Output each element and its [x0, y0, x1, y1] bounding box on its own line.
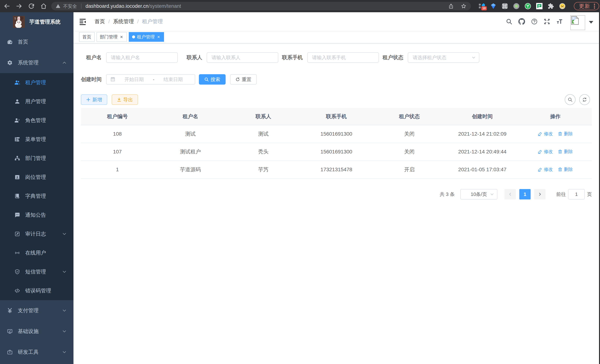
page-size-select[interactable]: 10条/页 [460, 189, 497, 199]
cell-create-time: 2021-12-14 20:49:44 [446, 143, 519, 161]
font-size-icon[interactable] [553, 18, 566, 25]
extension-y-logo-icon[interactable] [525, 3, 531, 9]
sidebar-item-role[interactable]: 角色管理 [0, 111, 74, 130]
fullscreen-icon[interactable] [541, 18, 553, 25]
input-placeholder: 请输入联系手机 [312, 54, 346, 61]
sidebar-toggle-icon[interactable] [74, 18, 92, 25]
sidebar: 芋道管理系统 首页 系统管理 租户管理 用户管理 [0, 12, 74, 364]
tenant-icon [14, 80, 20, 85]
sidebar-item-tenant[interactable]: 租户管理 [0, 73, 74, 92]
extension-proxy-icon[interactable] [513, 3, 519, 9]
prev-page-button[interactable] [505, 189, 516, 199]
sidebar-item-system[interactable]: 系统管理 [0, 52, 74, 73]
sidebar-item-post[interactable]: 岗位管理 [0, 168, 74, 187]
browser-reload-icon[interactable] [28, 3, 35, 9]
user-icon [14, 99, 20, 104]
form-item-tenant-name: 租户名 请输入租户名 [81, 52, 178, 63]
sidebar-item-dept[interactable]: 部门管理 [0, 149, 74, 168]
profile-avatar-emoji-icon[interactable] [559, 3, 565, 9]
reset-button[interactable]: 重置 [230, 74, 257, 84]
header-search-icon[interactable] [503, 18, 516, 25]
sidebar-item-online-user[interactable]: 在线用户 [0, 243, 74, 262]
dev-tool-icon [7, 349, 13, 355]
edit-link[interactable]: 修改 [538, 149, 553, 155]
create-time-range-picker[interactable]: 开始日期 - 结束日期 [106, 74, 195, 84]
next-page-button[interactable] [534, 189, 545, 199]
browser-menu-icon[interactable] [594, 4, 595, 9]
sidebar-item-user[interactable]: 用户管理 [0, 92, 74, 111]
pagination-total: 共 3 条 [440, 191, 455, 198]
tag-home[interactable]: 首页 [79, 32, 95, 42]
github-icon[interactable] [516, 18, 528, 25]
extension-kite-icon[interactable] [490, 3, 497, 9]
delete-link[interactable]: 删除 [558, 149, 573, 155]
chevron-down-icon [490, 192, 494, 196]
current-page-button[interactable]: 1 [519, 189, 531, 199]
chevron-down-icon [62, 232, 66, 236]
col-actions: 操作 [519, 108, 592, 125]
toggle-search-button[interactable] [565, 94, 575, 105]
update-label: 更新 [579, 3, 590, 10]
breadcrumb-home[interactable]: 首页 [95, 18, 105, 25]
share-icon[interactable] [448, 3, 454, 9]
sidebar-item-dict[interactable]: 字典管理 [0, 187, 74, 205]
breadcrumb-current: 租户管理 [142, 18, 163, 25]
extension-tampermonkey-icon[interactable]: 10 [479, 3, 485, 9]
refresh-table-button[interactable] [579, 94, 590, 105]
add-button-label: 新增 [92, 96, 102, 103]
security-status-label: 不安全 [63, 3, 77, 9]
extensions-puzzle-icon[interactable] [548, 3, 554, 9]
tag-close-icon[interactable] [120, 35, 123, 39]
browser-home-icon[interactable] [40, 3, 47, 9]
sidebar-item-sms[interactable]: 短信管理 [0, 262, 74, 281]
sidebar-item-error-code[interactable]: 错误码管理 [0, 281, 74, 300]
search-form-row-2: 创建时间 开始日期 - 结束日期 搜索 重置 [81, 74, 592, 84]
contact-input[interactable]: 请输入联系人 [207, 52, 278, 63]
sidebar-item-dev-tool[interactable]: 研发工具 [0, 342, 74, 363]
extension-chat-icon[interactable] [536, 3, 543, 9]
tag-dept[interactable]: 部门管理 [96, 32, 127, 42]
extension-command-icon[interactable] [502, 3, 508, 9]
sidebar-item-label: 在线用户 [25, 249, 46, 256]
sidebar-item-home[interactable]: 首页 [0, 32, 74, 52]
user-avatar-broken-image[interactable] [570, 15, 585, 30]
address-bar[interactable]: 不安全 dashboard.yudao.iocoder.cn/system/te… [51, 2, 471, 10]
tag-close-icon[interactable] [157, 35, 161, 39]
sidebar-item-pay[interactable]: 支付管理 [0, 300, 74, 321]
page-jump-input[interactable]: 1 [568, 189, 585, 199]
edit-label: 修改 [544, 149, 553, 155]
help-icon[interactable] [528, 18, 541, 25]
status-select[interactable]: 请选择租户状态 [408, 52, 479, 63]
avatar-caret-down-icon[interactable] [589, 21, 593, 24]
tenant-name-input[interactable]: 请输入租户名 [106, 52, 178, 63]
broken-image-icon [571, 16, 579, 25]
url-path: /system/tenant [149, 3, 181, 9]
tag-tenant[interactable]: 租户管理 [129, 32, 164, 42]
delete-link[interactable]: 删除 [558, 166, 573, 172]
add-button[interactable]: 新增 [81, 94, 107, 105]
sidebar-item-notice[interactable]: 通知公告 [0, 205, 74, 224]
delete-link[interactable]: 删除 [558, 131, 573, 137]
sidebar-item-infra[interactable]: 基础设施 [0, 321, 74, 342]
mobile-input[interactable]: 请输入联系手机 [307, 52, 379, 63]
tenant-table: 租户编号 租户名 联系人 联系手机 租户状态 创建时间 操作 108 测试 [81, 108, 592, 179]
cell-mobile: 15601691300 [300, 143, 373, 161]
edit-link[interactable]: 修改 [538, 131, 553, 137]
bookmark-star-icon[interactable] [461, 3, 466, 9]
input-placeholder: 请输入租户名 [111, 54, 140, 61]
delete-label: 删除 [564, 131, 573, 137]
browser-forward-icon[interactable] [16, 3, 22, 9]
table-header-row: 租户编号 租户名 联系人 联系手机 租户状态 创建时间 操作 [81, 108, 592, 125]
edit-link[interactable]: 修改 [538, 166, 553, 172]
sidebar-item-label: 用户管理 [25, 98, 46, 105]
search-button[interactable]: 搜索 [199, 74, 225, 84]
breadcrumb-system[interactable]: 系统管理 [113, 18, 134, 25]
export-button[interactable]: 导出 [112, 94, 138, 105]
sidebar-logo[interactable]: 芋道管理系统 [0, 12, 74, 32]
sidebar-item-audit-log[interactable]: 审计日志 [0, 224, 74, 243]
browser-update-button[interactable]: 更新 [574, 2, 599, 10]
sidebar-item-menu[interactable]: 菜单管理 [0, 130, 74, 149]
trash-icon [558, 149, 562, 154]
tag-label: 部门管理 [100, 34, 118, 40]
browser-back-icon[interactable] [4, 3, 10, 9]
